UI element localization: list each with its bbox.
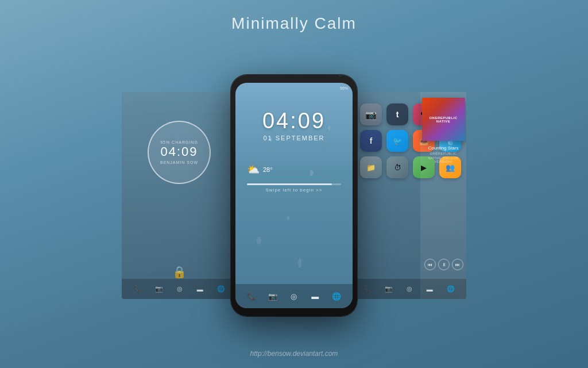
right-dock-camera-icon: 📷 (385, 285, 393, 293)
lock-icon: 🔒 (172, 265, 187, 279)
phone-clock: 04:09 (235, 109, 353, 133)
phone-camera (338, 75, 343, 76)
app-icon-clock[interactable]: ⏱ (386, 156, 408, 178)
phone-screen: 96% 04:09 01 SEPTEMBER ⛅ 28° Sw (235, 83, 353, 308)
app-icon-folder[interactable]: 📁 (360, 156, 382, 178)
lock-user-name: BENJAMIN SOW (160, 160, 198, 164)
album-panel: ONEREPUBLIC NATIVE Counting Stars ONEREP… (420, 92, 466, 299)
right-screen-panel: 📷 t ❤ 📸 f 🐦 📤 💧 📁 ⏱ ▶ 👥 ONEREPUBLIC NAT (351, 92, 466, 299)
swipe-fill (247, 183, 332, 185)
dock-circle-icon[interactable]: ◎ (288, 290, 300, 302)
app-icon-facebook[interactable]: f (360, 130, 382, 152)
right-panel-dock: 📞 📷 ◎ ▬ 🌐 (351, 279, 466, 299)
song-artist: ONEREPUBLIC (420, 152, 466, 155)
page-title: Minimally Calm (0, 14, 588, 33)
prev-button[interactable]: ⏮ (424, 259, 436, 270)
app-icon-twitter[interactable]: 🐦 (386, 130, 408, 152)
left-dock-circle-icon: ◎ (177, 285, 183, 293)
phone-statusbar: 96% (235, 83, 353, 93)
center-phone: 96% 04:09 01 SEPTEMBER ⛅ 28° Sw (231, 75, 357, 316)
dock-camera-icon[interactable]: 📷 (266, 290, 279, 302)
album-name-on-art: NATIVE (436, 120, 451, 123)
app-icon-camera[interactable]: 📷 (360, 103, 382, 125)
app-icon-tumblr[interactable]: t (386, 103, 408, 125)
left-dock-phone-icon: 📞 (133, 285, 141, 293)
dock-globe-icon[interactable]: 🌐 (330, 290, 343, 302)
right-screen-content: 📷 t ❤ 📸 f 🐦 📤 💧 📁 ⏱ ▶ 👥 ONEREPUBLIC NAT (351, 92, 466, 299)
credit-text: http://bensow.deviantart.com (0, 350, 588, 358)
dock-phone-icon[interactable]: 📞 (245, 290, 258, 302)
phone-time-display: 04:09 01 SEPTEMBER (235, 109, 353, 141)
right-dock-globe-icon: 🌐 (447, 285, 455, 293)
album-art: ONEREPUBLIC NATIVE (422, 98, 465, 141)
right-dock-phone-icon: 📞 (363, 285, 371, 293)
song-album: NATIVE (DELUXE VERSION) (420, 156, 466, 163)
left-dock-camera-icon: 📷 (155, 285, 163, 293)
battery-indicator: 96% (340, 86, 348, 90)
screens-area: 95% CHARGING 04:09 BENJAMIN SOW 🔒 📞 📷 ◎ … (0, 49, 588, 342)
swipe-text: Swipe left to begin >> (247, 187, 341, 193)
charging-text: 95% CHARGING (160, 140, 198, 144)
temperature-text: 28° (263, 166, 273, 173)
left-dock-msg-icon: ▬ (197, 286, 203, 293)
left-lock-screen-panel: 95% CHARGING 04:09 BENJAMIN SOW 🔒 📞 📷 ◎ … (122, 92, 237, 299)
song-title: Counting Stars (420, 145, 466, 151)
left-dock-globe-icon: 🌐 (217, 285, 225, 293)
swipe-track (247, 183, 341, 185)
dock-msg-icon[interactable]: ▬ (309, 290, 322, 302)
lock-clock-time: 04:09 (160, 144, 198, 159)
phone-device: 96% 04:09 01 SEPTEMBER ⛅ 28° Sw (231, 75, 357, 316)
phone-weather: ⛅ 28° (247, 163, 273, 176)
circle-clock: 95% CHARGING 04:09 BENJAMIN SOW (148, 121, 211, 184)
next-button[interactable]: ⏭ (452, 259, 463, 270)
right-dock-circle-icon: ◎ (407, 285, 412, 293)
right-dock-msg-icon: ▬ (427, 286, 433, 293)
phone-date: 01 SEPTEMBER (235, 135, 353, 141)
weather-icon: ⛅ (247, 163, 260, 176)
music-controls: ⏮ ⏸ ⏭ (424, 259, 463, 270)
left-panel-dock: 📞 📷 ◎ ▬ 🌐 (122, 279, 237, 299)
swipe-bar[interactable]: Swipe left to begin >> (247, 183, 341, 193)
phone-dock: 📞 📷 ◎ ▬ 🌐 (235, 284, 353, 308)
pause-button[interactable]: ⏸ (438, 259, 450, 270)
